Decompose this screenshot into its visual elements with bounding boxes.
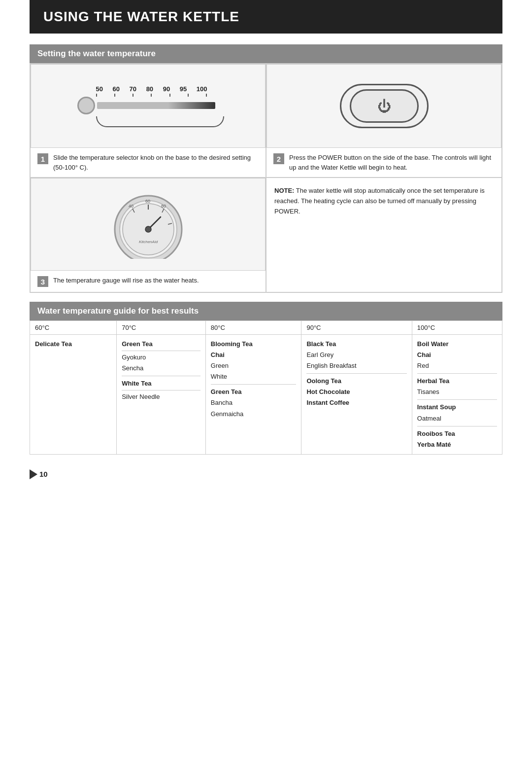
step3-text-row: 3 The temperature gauge will rise as the…: [31, 271, 266, 292]
step1-description: Slide the temperature selector knob on t…: [53, 153, 259, 172]
temp-col-90: 90°C: [301, 321, 412, 335]
temp-table-header-row: 60°C 70°C 80°C 90°C 100°C: [30, 321, 502, 335]
page: USING THE WATER KETTLE Setting the water…: [0, 0, 532, 781]
silver-needle-label: Silver Needle: [122, 393, 160, 400]
temp-cell-60: Delicate Tea: [30, 335, 117, 455]
yerba-mate-label: Yerba Maté: [417, 441, 451, 448]
dial-illustration: 60 80 40 KitchenAid: [104, 187, 193, 261]
temp-cell-70: Green Tea Gyokuro Sencha White Tea Silve…: [117, 335, 206, 455]
step1-cell: 50 60 70 80 90 95 100: [30, 64, 266, 178]
blooming-tea-label: Blooming Tea: [211, 340, 253, 348]
main-title-bar: USING THE WATER KETTLE: [30, 0, 502, 34]
temp-cell-100: Boil Water Chai Red Herbal Tea Tisanes I…: [412, 335, 502, 455]
white-80-label: White: [211, 373, 227, 380]
step2-cell: ⏻ 2 Press the POWER button on the side o…: [266, 64, 502, 178]
slider-numbers: 50 60 70 80 90 95 100: [79, 85, 207, 93]
step2-description: Press the POWER button on the side of th…: [289, 153, 495, 172]
sencha-label: Sencha: [122, 364, 143, 372]
instant-soup-label: Instant Soup: [417, 403, 456, 411]
black-tea-label: Black Tea: [306, 340, 336, 348]
step2-text-row: 2 Press the POWER button on the side of …: [266, 148, 501, 177]
svg-text:KitchenAid: KitchenAid: [138, 240, 158, 244]
section1-title: Setting the water temperature: [37, 49, 156, 58]
hot-chocolate-label: Hot Chocolate: [306, 388, 350, 395]
step2-number: 2: [273, 153, 284, 164]
temp-col-60: 60°C: [30, 321, 117, 335]
instant-coffee-label: Instant Coffee: [306, 399, 349, 406]
delicate-tea-label: Delicate Tea: [35, 340, 72, 348]
step1-text-row: 1 Slide the temperature selector knob on…: [31, 148, 266, 177]
chai-80-label: Chai: [211, 351, 225, 358]
section2-title: Water temperature guide for best results: [37, 306, 199, 316]
step3-cell: 60 80 40 KitchenAid 3: [30, 178, 266, 292]
power-button-illustration: ⏻: [335, 79, 433, 133]
step2-illustration: ⏻: [266, 64, 501, 148]
genmaicha-label: Genmaicha: [211, 410, 243, 418]
temp-cell-90: Black Tea Earl Grey English Breakfast Oo…: [301, 335, 412, 455]
step1-number: 1: [37, 153, 48, 164]
english-breakfast-label: English Breakfast: [306, 362, 356, 369]
green-tea-label: Green Tea: [122, 339, 200, 351]
steps-row2: 60 80 40 KitchenAid 3: [30, 178, 502, 292]
note-text: The water kettle will stop automatically…: [274, 187, 485, 215]
temp-col-70: 70°C: [117, 321, 206, 335]
earl-grey-label: Earl Grey: [306, 351, 333, 358]
step3-illustration: 60 80 40 KitchenAid: [31, 178, 266, 271]
temp-cell-80: Blooming Tea Chai Green White Green Tea …: [205, 335, 301, 455]
boil-water-label: Boil Water: [417, 340, 449, 348]
slider-knob: [77, 97, 95, 114]
slider-illustration: 50 60 70 80 90 95 100: [79, 74, 217, 138]
temp-col-80: 80°C: [205, 321, 301, 335]
slider-track-row: [79, 97, 215, 114]
temp-guide-table: 60°C 70°C 80°C 90°C 100°C Delicate Tea G…: [30, 320, 502, 455]
slider-curve: [96, 116, 224, 127]
note-cell: NOTE: The water kettle will stop automat…: [266, 178, 502, 292]
power-oval-inner: ⏻: [350, 89, 419, 123]
white-tea-label: White Tea: [122, 378, 200, 390]
bancha-label: Bancha: [211, 399, 233, 406]
svg-text:60: 60: [145, 199, 150, 204]
chai-100-label: Chai: [417, 351, 431, 358]
steps-row1: 50 60 70 80 90 95 100: [30, 64, 502, 178]
step1-illustration: 50 60 70 80 90 95 100: [31, 64, 266, 148]
power-oval-outer: ⏻: [340, 84, 429, 128]
page-arrow-icon: [30, 469, 37, 479]
svg-point-11: [145, 226, 151, 232]
gyokuro-label: Gyokuro: [122, 354, 146, 361]
step3-number: 3: [37, 276, 48, 287]
green-80-label: Green: [211, 362, 229, 369]
main-title: USING THE WATER KETTLE: [43, 9, 489, 25]
svg-text:80: 80: [161, 204, 166, 209]
step3-description: The temperature gauge will rise as the w…: [53, 276, 199, 285]
section1-header: Setting the water temperature: [30, 44, 502, 63]
dial-svg: 60 80 40 KitchenAid: [109, 190, 188, 259]
temp-table-data-row: Delicate Tea Green Tea Gyokuro Sencha Wh…: [30, 335, 502, 455]
section2-header: Water temperature guide for best results: [30, 302, 502, 320]
herbal-tea-label: Herbal Tea: [417, 377, 450, 385]
svg-text:40: 40: [129, 204, 133, 209]
page-number: 10: [39, 470, 48, 478]
red-label: Red: [417, 362, 429, 369]
oolong-tea-label: Oolong Tea: [306, 377, 341, 385]
temp-col-100: 100°C: [412, 321, 502, 335]
power-icon: ⏻: [377, 98, 391, 114]
rooibos-tea-label: Rooibos Tea: [417, 430, 455, 437]
oatmeal-label: Oatmeal: [417, 415, 441, 422]
steps-container: 50 60 70 80 90 95 100: [30, 63, 502, 293]
tisanes-label: Tisanes: [417, 388, 439, 395]
page-number-row: 10: [30, 469, 502, 479]
slider-bar: [97, 102, 215, 109]
green-tea-80-label: Green Tea: [211, 388, 242, 395]
note-label: NOTE:: [274, 187, 294, 194]
